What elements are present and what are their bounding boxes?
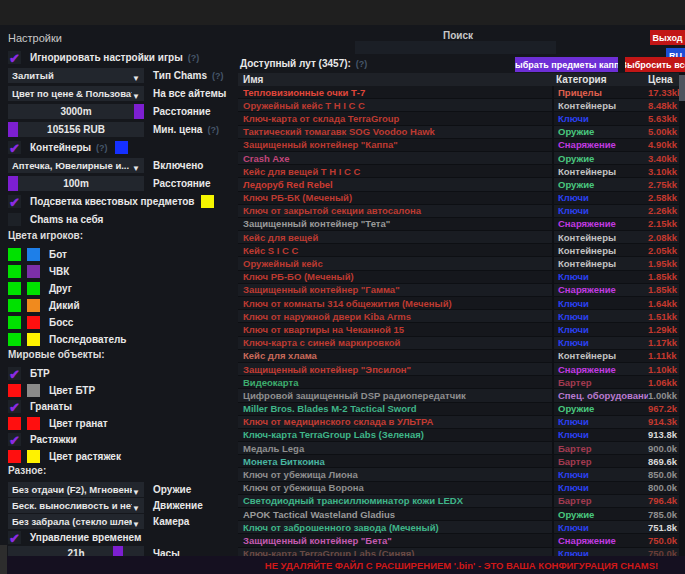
table-row[interactable]: Ключ от закрытой секции автосалонаКлючи2… — [238, 205, 679, 218]
table-row[interactable]: Ключ РБ-БО (Меченый)Ключи1.85kk — [238, 271, 679, 284]
table-row[interactable]: Ключ от убежища ВоронаКлючи800.0k — [238, 482, 679, 495]
table-row[interactable]: Кейс для хламаКонтейнеры1.11kk — [238, 350, 679, 363]
visible-color-swatch[interactable] — [8, 299, 21, 312]
table-row[interactable]: Защищенный контейнер "Каппа"Снаряжение4.… — [238, 139, 679, 152]
help-hint[interactable]: (?) — [188, 53, 200, 63]
table-row[interactable]: Ключ-карта TerraGroup Labs (Зеленая)Ключ… — [238, 429, 679, 442]
invisible-color-swatch[interactable] — [27, 282, 40, 295]
player-color-row: Последователь — [8, 332, 234, 347]
container-filter-dropdown[interactable]: Аптечка, Ювелирные и... — [8, 158, 144, 173]
column-header-name[interactable]: Имя — [238, 74, 552, 85]
table-row[interactable]: Монета БиткоинаБартер869.6k — [238, 455, 679, 468]
visible-color-swatch[interactable] — [8, 248, 21, 261]
item-name: Crash Axe — [238, 153, 552, 164]
item-name: Видеокарта — [238, 377, 552, 388]
table-row[interactable]: Защищенный контейнер "Бета"Снаряжение750… — [238, 534, 679, 547]
chams-type-dropdown[interactable]: Залитый — [8, 68, 144, 83]
table-row[interactable]: Защищенный контейнер "Тета"Снаряжение2.1… — [238, 218, 679, 231]
table-row[interactable]: Оружейный кейс T H I C CКонтейнеры8.48kk — [238, 99, 679, 112]
slider-handle[interactable] — [8, 122, 18, 137]
scrollbar-thumb[interactable] — [679, 75, 685, 101]
slider-handle[interactable] — [134, 104, 144, 119]
table-row[interactable]: Ключ от убежища ЛионаКлючи850.0k — [238, 468, 679, 481]
table-row[interactable]: Ключ от заброшенного завода (Меченый)Клю… — [238, 521, 679, 534]
distance-slider[interactable]: 3000m — [8, 104, 144, 119]
table-row[interactable]: Защищенный контейнер "Гамма"Снаряжение1.… — [238, 284, 679, 297]
table-row[interactable]: Ключ-карта TerraGroup Labs (Синяя)Ключи7… — [238, 548, 679, 556]
invisible-color-swatch[interactable] — [27, 316, 40, 329]
table-scrollbar[interactable] — [679, 73, 685, 556]
tripwire-color-swatch-1[interactable] — [8, 450, 21, 463]
movement-dropdown[interactable]: Беск. выносливость и нет уста — [8, 498, 144, 513]
table-row[interactable]: Светодиодный трансиллюминатор кожи LEDXБ… — [238, 495, 679, 508]
table-row[interactable]: Оружейный кейсКонтейнеры1.95kk — [238, 257, 679, 270]
slider-handle[interactable] — [8, 176, 18, 191]
grenade-color-swatch-2[interactable] — [27, 417, 40, 430]
container-distance-label: Расстояние — [153, 178, 211, 189]
item-category: Бартер — [552, 455, 648, 467]
table-row[interactable]: Тепловизионные очки Т-7Прицелы17.33kk — [238, 86, 679, 99]
all-items-dropdown[interactable]: Цвет по цене & Пользователь — [8, 86, 144, 101]
containers-checkbox[interactable] — [8, 141, 21, 154]
invisible-color-swatch[interactable] — [27, 248, 40, 261]
table-row[interactable]: Ключ-карта от склада TerraGroupКлючи5.63… — [238, 112, 679, 125]
table-row[interactable]: Кейс для вещейКонтейнеры2.08kk — [238, 231, 679, 244]
ignore-game-settings-checkbox[interactable] — [8, 51, 21, 64]
help-hint[interactable]: (?) — [207, 125, 219, 135]
table-row[interactable]: Медаль LegaБартер900.0k — [238, 442, 679, 455]
visible-color-swatch[interactable] — [8, 316, 21, 329]
table-row[interactable]: Кейс S I C CКонтейнеры2.05kk — [238, 244, 679, 257]
container-distance-slider[interactable]: 100m — [8, 176, 144, 191]
invisible-color-swatch[interactable] — [27, 299, 40, 312]
table-row[interactable]: Цифровой защищенный DSP радиопередатчикС… — [238, 389, 679, 402]
table-row[interactable]: Ключ от медицинского склада в УЛЬТРАКлюч… — [238, 416, 679, 429]
column-header-category[interactable]: Категория — [552, 74, 648, 85]
table-row[interactable]: Кейс для вещей T H I C CКонтейнеры3.10kk — [238, 165, 679, 178]
table-row[interactable]: ВидеокартаБартер1.06kk — [238, 376, 679, 389]
exit-button[interactable]: Выход — [650, 30, 685, 45]
camera-dropdown[interactable]: Без забрала (стекло шлема) — [8, 514, 144, 529]
weapon-dropdown[interactable]: Без отдачи (F2), Мгновенное п — [8, 482, 144, 497]
btr-color-swatch-1[interactable] — [8, 384, 21, 397]
chams-self-checkbox[interactable] — [8, 213, 21, 226]
search-input[interactable] — [355, 41, 556, 54]
containers-row: Контейнеры (?) — [8, 140, 234, 155]
tripwires-label: Растяжки — [30, 434, 77, 445]
invisible-color-swatch[interactable] — [27, 333, 40, 346]
table-row[interactable]: Ледоруб Red RebelОружие2.75kk — [238, 178, 679, 191]
table-row[interactable]: Ключ от наружной двери Kiba ArmsКлючи1.5… — [238, 310, 679, 323]
btr-color-swatch-2[interactable] — [27, 384, 40, 397]
column-header-price[interactable]: Цена — [648, 74, 679, 85]
visible-color-swatch[interactable] — [8, 333, 21, 346]
table-row[interactable]: APOK Tactical Wasteland GladiusОружие785… — [238, 508, 679, 521]
invisible-color-swatch[interactable] — [27, 265, 40, 278]
min-price-slider[interactable]: 105156 RUB — [8, 122, 144, 137]
tripwires-checkbox[interactable] — [8, 433, 21, 446]
table-row[interactable]: Ключ РБ-БК (Меченый)Ключи2.58kk — [238, 192, 679, 205]
help-hint[interactable]: (?) — [356, 59, 368, 69]
item-name: Оружейный кейс — [238, 258, 552, 269]
help-hint[interactable]: (?) — [212, 71, 224, 81]
help-hint[interactable]: (?) — [96, 143, 108, 153]
visible-color-swatch[interactable] — [8, 282, 21, 295]
table-row[interactable]: Защищенный контейнер "Эпсилон"Снаряжение… — [238, 363, 679, 376]
table-row[interactable]: Ключ от комнаты 314 общежития (Меченый)К… — [238, 297, 679, 310]
item-price: 1.64kk — [648, 298, 679, 309]
table-row[interactable]: Ключ от квартиры на Чеканной 15Ключи1.29… — [238, 323, 679, 336]
quest-color-swatch[interactable] — [201, 195, 214, 208]
tripwire-color-swatch-2[interactable] — [27, 450, 40, 463]
quest-highlight-checkbox[interactable] — [8, 195, 21, 208]
table-row[interactable]: Ключ-карта с синей маркировкойКлючи1.17k… — [238, 337, 679, 350]
table-row[interactable]: Crash AxeОружие3.40kk — [238, 152, 679, 165]
visible-color-swatch[interactable] — [8, 265, 21, 278]
table-row[interactable]: Miller Bros. Blades M-2 Tactical SwordОр… — [238, 403, 679, 416]
item-category: Прицелы — [552, 86, 648, 98]
btr-checkbox[interactable] — [8, 367, 21, 380]
grenades-checkbox[interactable] — [8, 400, 21, 413]
containers-color-swatch[interactable] — [115, 141, 128, 154]
time-control-checkbox[interactable] — [8, 531, 21, 544]
camera-label: Камера — [153, 516, 189, 527]
table-row[interactable]: Тактический томагавк SOG Voodoo HawkОруж… — [238, 126, 679, 139]
item-name: Ключ-карта TerraGroup Labs (Зеленая) — [238, 429, 552, 440]
grenade-color-swatch-1[interactable] — [8, 417, 21, 430]
